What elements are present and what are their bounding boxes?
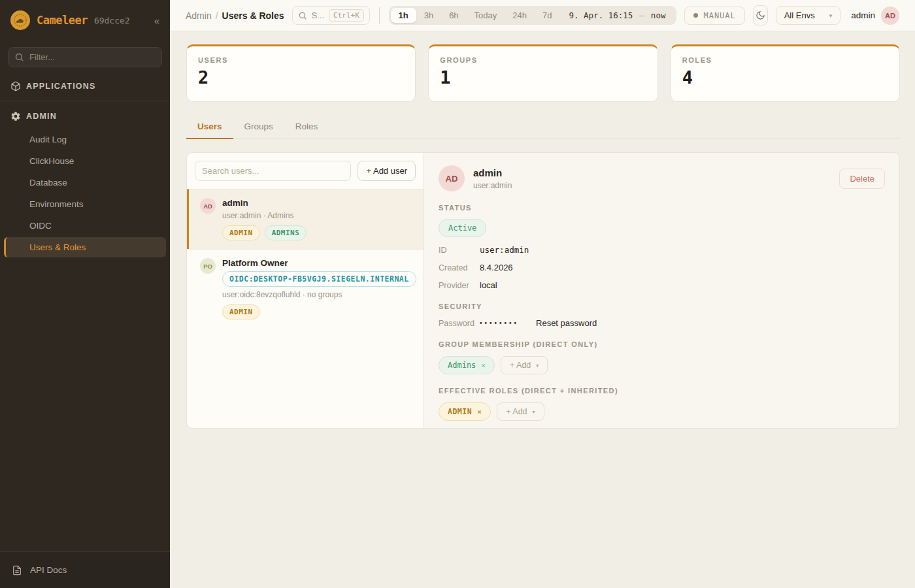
breadcrumb-parent[interactable]: Admin	[186, 10, 212, 21]
delete-user-button[interactable]: Delete	[839, 169, 885, 189]
sidebar-section-admin[interactable]: ADMIN	[0, 101, 170, 127]
breadcrumb: Admin / Users & Roles	[186, 10, 284, 21]
env-select[interactable]: All Envs ▾	[776, 6, 841, 25]
password-label: Password	[439, 319, 480, 328]
detail-user-name: admin	[473, 167, 512, 178]
time-span[interactable]: 9. Apr. 16:15 — now	[559, 10, 674, 20]
gear-icon	[10, 111, 21, 122]
role-chip-admin: ADMIN ×	[439, 402, 491, 421]
range-today[interactable]: Today	[467, 8, 505, 23]
range-1h[interactable]: 1h	[391, 8, 416, 23]
sidebar-item-database[interactable]: Database	[4, 172, 166, 193]
effective-roles-section-label: EFFECTIVE ROLES (DIRECT + INHERITED)	[439, 387, 885, 395]
user-list-item-admin[interactable]: AD admin user:admin · Admins ADMIN ADMIN…	[187, 189, 424, 249]
stat-card-users: USERS 2	[186, 44, 416, 102]
tab-groups[interactable]: Groups	[233, 116, 284, 139]
breadcrumb-separator: /	[216, 10, 218, 21]
add-group-button[interactable]: + Add ▾	[501, 356, 548, 374]
api-docs-label: API Docs	[30, 565, 67, 575]
tab-roles[interactable]: Roles	[284, 116, 329, 139]
field-value: 8.4.2026	[480, 263, 513, 272]
password-row: Password •••••••• Reset password	[439, 318, 885, 328]
document-icon	[12, 565, 22, 576]
time-span-start: 9. Apr. 16:15	[569, 10, 633, 20]
env-selected-value: All Envs	[784, 10, 815, 20]
user-item-name: admin	[222, 198, 307, 208]
add-role-button[interactable]: + Add ▾	[497, 402, 544, 421]
user-item-body: Platform Owner OIDC:DESKTOP-FB5VGJ9.SIEG…	[222, 258, 414, 319]
field-value: local	[480, 280, 497, 290]
field-label: ID	[439, 246, 480, 255]
avatar: AD	[200, 198, 216, 214]
role-badge: ADMIN	[222, 304, 260, 319]
avatar[interactable]: AD	[881, 7, 899, 25]
detail-header: AD admin user:admin Delete	[439, 165, 885, 191]
sidebar-footer[interactable]: API Docs	[0, 551, 170, 588]
sidebar-filter-input[interactable]	[8, 47, 162, 67]
range-24h[interactable]: 24h	[505, 8, 535, 23]
field-label: Provider	[439, 281, 480, 290]
theme-toggle-button[interactable]	[753, 5, 768, 25]
search-icon	[298, 11, 307, 20]
sidebar-filter	[8, 47, 162, 67]
remove-icon[interactable]: ×	[481, 361, 486, 370]
user-list-item-platform-owner[interactable]: PO Platform Owner OIDC:DESKTOP-FB5VGJ9.S…	[187, 249, 424, 328]
stat-value: 1	[440, 67, 646, 88]
remove-icon[interactable]: ×	[477, 408, 482, 416]
sidebar-item-oidc[interactable]: OIDC	[4, 216, 166, 236]
main-area: Admin / Users & Roles S... Ctrl+K 1h 3h …	[170, 0, 915, 588]
topbar: Admin / Users & Roles S... Ctrl+K 1h 3h …	[170, 0, 915, 31]
user-item-meta: user:admin · Admins	[222, 211, 307, 220]
role-chip-label: ADMIN	[448, 407, 472, 416]
role-badge: ADMIN	[222, 225, 260, 240]
stat-label: ROLES	[682, 56, 888, 64]
group-membership-section-label: GROUP MEMBERSHIP (DIRECT ONLY)	[439, 340, 885, 348]
app-title: Cameleer	[37, 14, 88, 27]
badge-row: ADMIN ADMINS	[222, 225, 307, 240]
user-detail-panel: AD admin user:admin Delete STATUS Active…	[424, 153, 899, 428]
sidebar-collapse-icon[interactable]: «	[154, 15, 159, 26]
section-label: APPLICATIONS	[26, 82, 96, 91]
time-range-control: 1h 3h 6h Today 24h 7d 9. Apr. 16:15 — no…	[389, 6, 677, 25]
refresh-mode-label: MANUAL	[703, 11, 735, 20]
sidebar-item-users-roles[interactable]: Users & Roles	[4, 237, 166, 257]
user-list-column: + Add user AD admin user:admin · Admins …	[187, 153, 424, 428]
field-label: Created	[439, 263, 480, 272]
tab-users[interactable]: Users	[186, 116, 233, 139]
app-root: Cameleer 69dcce2 « APPLICATIONS ADMIN Au…	[0, 0, 915, 588]
topbar-user[interactable]: admin AD	[851, 7, 899, 25]
range-3h[interactable]: 3h	[416, 8, 441, 23]
group-chip-label: Admins	[448, 361, 476, 370]
detail-identity: admin user:admin	[473, 167, 512, 190]
package-icon	[10, 81, 21, 91]
reset-password-link[interactable]: Reset password	[536, 318, 597, 328]
cameleer-logo-icon	[10, 10, 30, 30]
sidebar-item-audit-log[interactable]: Audit Log	[4, 129, 166, 150]
add-user-button[interactable]: + Add user	[358, 161, 416, 181]
field-row-provider: Provider local	[439, 280, 885, 290]
user-item-name: Platform Owner	[222, 258, 414, 268]
security-section-label: SECURITY	[439, 302, 885, 310]
group-chip-admins: Admins ×	[439, 356, 495, 374]
user-list-toolbar: + Add user	[187, 153, 424, 189]
global-search-button[interactable]: S... Ctrl+K	[292, 6, 370, 25]
search-icon	[14, 52, 24, 62]
refresh-mode-button[interactable]: MANUAL	[684, 7, 744, 25]
sidebar-section-applications[interactable]: APPLICATIONS	[0, 71, 170, 97]
add-role-label: + Add	[506, 407, 527, 416]
sidebar-nav: Audit Log ClickHouse Database Environmen…	[0, 127, 170, 259]
sidebar-item-environments[interactable]: Environments	[4, 194, 166, 214]
user-name: admin	[851, 10, 875, 20]
range-7d[interactable]: 7d	[535, 8, 559, 23]
stat-card-groups: GROUPS 1	[428, 44, 657, 102]
chevron-down-icon: ▾	[533, 409, 535, 415]
user-search-input[interactable]	[195, 161, 351, 181]
search-text: S...	[312, 10, 325, 20]
tab-bar: Users Groups Roles	[186, 116, 900, 139]
user-item-meta: user:oidc:8evzqofluhld · no groups	[222, 290, 414, 299]
group-badge: ADMINS	[265, 225, 307, 240]
range-6h[interactable]: 6h	[441, 8, 466, 23]
sidebar-header: Cameleer 69dcce2 «	[0, 0, 170, 41]
oidc-badge: OIDC:DESKTOP-FB5VGJ9.SIEGELN.INTERNAL	[222, 271, 416, 287]
sidebar-item-clickhouse[interactable]: ClickHouse	[4, 151, 166, 171]
